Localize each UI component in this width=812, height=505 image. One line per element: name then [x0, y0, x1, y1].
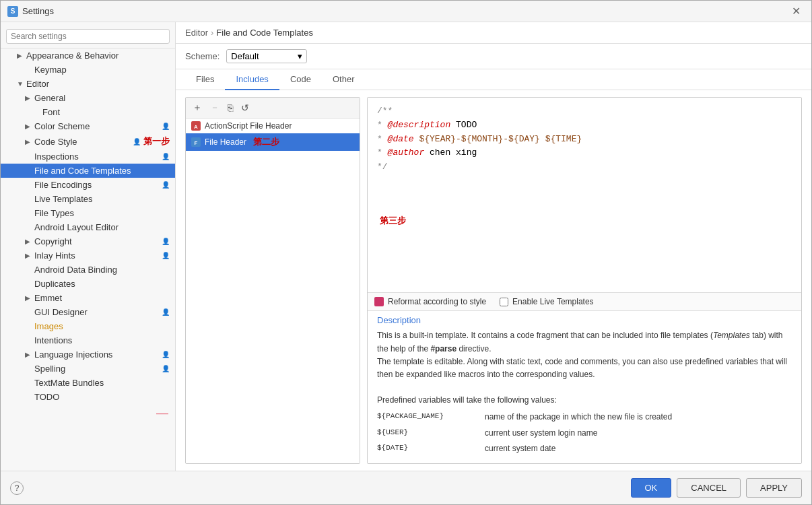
sidebar-item-label: Android Layout Editor — [34, 222, 170, 232]
sidebar-item-android-data-binding[interactable]: Android Data Binding — [1, 263, 175, 277]
reformat-label: Reformat according to style — [388, 297, 486, 306]
code-footer: Reformat according to style Enable Live … — [368, 292, 801, 310]
search-input[interactable] — [6, 29, 170, 44]
template-list-item-selected[interactable]: F File Header 第二步 — [186, 133, 360, 151]
sidebar-item-label: General — [34, 93, 170, 103]
template-file-icon-selected: F — [191, 137, 201, 147]
template-file-icon: A — [191, 121, 201, 131]
remove-template-button[interactable]: － — [207, 100, 222, 115]
enable-live-templates-checkbox[interactable] — [500, 298, 508, 306]
description-title: Description — [368, 311, 801, 327]
breadcrumb-current: File and Code Templates — [216, 28, 313, 38]
code-panel: /** * @description TODO * @date ${YEAR}-… — [367, 97, 802, 464]
sidebar-item-android-layout-editor[interactable]: Android Layout Editor — [1, 220, 175, 234]
var-row: ${USER} current user system login name — [377, 427, 792, 440]
badge-icon: 👤 — [162, 153, 170, 160]
sidebar-item-images[interactable]: Images — [1, 319, 175, 333]
sidebar-item-label: File Types — [34, 208, 170, 218]
add-template-button[interactable]: ＋ — [190, 100, 205, 115]
sidebar-item-label: Intentions — [34, 335, 170, 345]
scheme-bar: Scheme: Default ▾ — [176, 44, 811, 69]
sidebar-item-live-templates[interactable]: Live Templates — [1, 192, 175, 206]
var-name: ${DATE} — [377, 442, 471, 455]
breadcrumb-separator: › — [211, 28, 213, 38]
expand-arrow: ▶ — [25, 351, 34, 358]
chevron-down-icon: ▾ — [298, 51, 302, 61]
sidebar-item-inspections[interactable]: Inspections 👤 — [1, 149, 175, 164]
dialog-title: Settings — [22, 6, 54, 16]
sidebar-item-gui-designer[interactable]: GUI Designer 👤 — [1, 305, 175, 319]
help-button[interactable]: ? — [10, 481, 24, 495]
expand-arrow: ▶ — [25, 238, 34, 245]
sidebar-item-editor[interactable]: ▼ Editor — [1, 77, 175, 91]
sidebar-item-label: Emmet — [34, 293, 170, 303]
tab-code[interactable]: Code — [279, 69, 322, 90]
template-item-label-selected: File Header — [205, 137, 246, 147]
bottom-bar: ? OK CANCEL APPLY — [1, 471, 811, 504]
ok-button[interactable]: OK — [631, 478, 672, 498]
sidebar-item-label: Inlay Hints — [34, 250, 162, 261]
reset-template-button[interactable]: ↺ — [238, 101, 252, 114]
sidebar-item-file-encodings[interactable]: File Encodings 👤 — [1, 178, 175, 192]
panel-content: ＋ － ⎘ ↺ A ActionScript File Header — [176, 90, 811, 471]
breadcrumb-parent: Editor — [185, 28, 208, 38]
template-list-item[interactable]: A ActionScript File Header — [186, 119, 360, 133]
var-name: ${PACKAGE_NAME} — [377, 411, 471, 424]
sidebar-item-font[interactable]: Font — [1, 105, 175, 119]
sidebar-item-file-code-templates[interactable]: File and Code Templates — [1, 164, 175, 178]
sidebar-item-copyright[interactable]: ▶ Copyright 👤 — [1, 234, 175, 248]
var-desc: current system date — [485, 442, 555, 455]
sidebar-item-keymap[interactable]: Keymap — [1, 63, 175, 77]
sidebar-item-code-style[interactable]: ▶ Code Style 👤 第一步 — [1, 133, 175, 149]
search-bar — [1, 25, 175, 48]
expand-arrow: ▶ — [25, 123, 34, 130]
sidebar-item-spelling[interactable]: Spelling 👤 — [1, 362, 175, 376]
sidebar-item-intentions[interactable]: Intentions — [1, 333, 175, 347]
scheme-value: Default — [231, 51, 259, 61]
sidebar-item-duplicates[interactable]: Duplicates — [1, 277, 175, 291]
sidebar-item-color-scheme[interactable]: ▶ Color Scheme 👤 — [1, 119, 175, 133]
expand-arrow: ▶ — [25, 138, 34, 145]
sidebar-item-label: Spelling — [34, 364, 162, 374]
tab-other[interactable]: Other — [322, 69, 366, 90]
badge-icon: 👤 — [133, 138, 141, 145]
sidebar-item-file-types[interactable]: File Types — [1, 206, 175, 220]
sidebar-item-general[interactable]: ▶ General — [1, 91, 175, 105]
sidebar-item-label: Duplicates — [34, 279, 170, 289]
template-item-label: ActionScript File Header — [205, 121, 292, 131]
sidebar-item-language-injections[interactable]: ▶ Language Injections 👤 — [1, 347, 175, 362]
copy-template-button[interactable]: ⎘ — [225, 101, 236, 114]
sidebar-item-label: Inspections — [34, 152, 162, 162]
reformat-button[interactable]: Reformat according to style — [374, 297, 486, 306]
step1-annotation: 第一步 — [143, 135, 170, 147]
sidebar-item-label: File and Code Templates — [34, 166, 170, 176]
main-panel: Editor › File and Code Templates Scheme:… — [176, 22, 811, 471]
badge-icon: 👤 — [162, 252, 170, 259]
scheme-label: Scheme: — [185, 51, 219, 61]
tab-includes[interactable]: Includes — [225, 69, 279, 90]
cancel-button[interactable]: CANCEL — [677, 478, 741, 498]
step2-annotation: 第二步 — [253, 136, 279, 148]
sidebar-item-label: TextMate Bundles — [34, 378, 170, 388]
variable-table: ${PACKAGE_NAME} name of the package in w… — [377, 411, 792, 455]
expand-arrow: ▶ — [25, 94, 34, 102]
close-button[interactable]: ✕ — [788, 3, 805, 19]
app-icon: S — [7, 6, 18, 17]
sidebar-item-todo[interactable]: TODO — [1, 390, 175, 404]
sidebar-item-label: Live Templates — [34, 194, 170, 204]
sidebar-item-emmet[interactable]: ▶ Emmet — [1, 291, 175, 305]
sidebar-item-label: Font — [42, 107, 170, 117]
sidebar-item-inlay-hints[interactable]: ▶ Inlay Hints 👤 — [1, 248, 175, 263]
apply-button[interactable]: APPLY — [746, 478, 802, 498]
template-list-panel: ＋ － ⎘ ↺ A ActionScript File Header — [185, 97, 360, 464]
tab-files[interactable]: Files — [185, 69, 225, 90]
breadcrumb: Editor › File and Code Templates — [176, 22, 811, 44]
scheme-selector[interactable]: Default ▾ — [226, 49, 307, 63]
sidebar-item-appearance[interactable]: ▶ Appearance & Behavior — [1, 48, 175, 63]
expand-arrow: ▶ — [25, 294, 34, 302]
sidebar-item-label: GUI Designer — [34, 307, 162, 317]
badge-icon: 👤 — [162, 351, 170, 358]
code-editor[interactable]: /** * @description TODO * @date ${YEAR}-… — [368, 98, 801, 292]
sidebar-item-label: Editor — [26, 79, 170, 89]
sidebar-item-textmate-bundles[interactable]: TextMate Bundles — [1, 376, 175, 390]
